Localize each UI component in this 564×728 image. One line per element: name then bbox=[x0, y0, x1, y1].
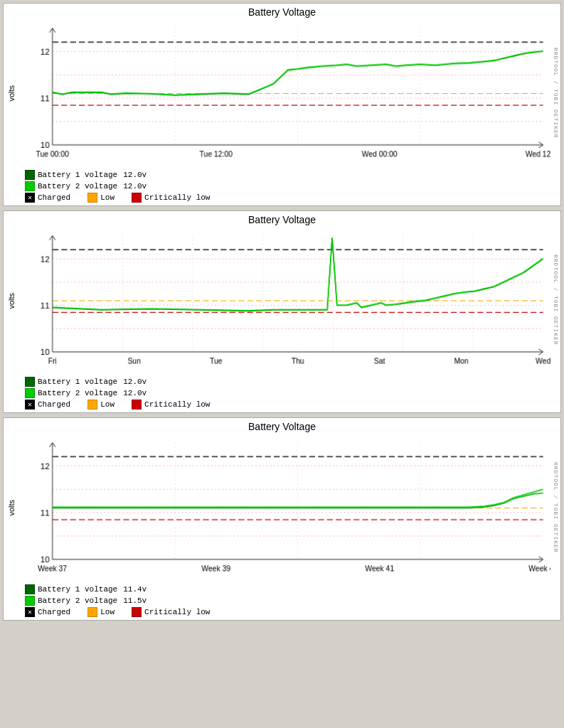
legend3-value-battery1: 11.4v bbox=[123, 585, 147, 594]
chart-1: Battery Voltage volts RRDTOOL / TOBI OET… bbox=[3, 3, 561, 206]
legend-icon-battery2 bbox=[25, 181, 35, 191]
legend2-icon-critical bbox=[132, 400, 142, 410]
chart-2-legend: Battery 1 voltage 12.0v Battery 2 voltag… bbox=[4, 374, 560, 412]
legend3-row-b1: Battery 1 voltage 11.4v bbox=[25, 584, 539, 594]
legend2-label-critical: Critically low bbox=[144, 400, 210, 409]
legend3-critical: Critically low bbox=[132, 607, 210, 617]
legend2-critical: Critically low bbox=[132, 400, 210, 410]
legend3-icon-battery1 bbox=[25, 584, 35, 594]
legend3-label-battery1: Battery 1 voltage bbox=[38, 585, 117, 594]
chart-1-rrdtool: RRDTOOL / TOBI OETIKER bbox=[550, 19, 560, 167]
legend2-icon-low bbox=[87, 400, 97, 410]
legend-row-b2: Battery 2 voltage 12.0v bbox=[25, 181, 539, 191]
legend3-label-charged: Charged bbox=[38, 608, 70, 616]
chart-3-area: volts RRDTOOL / TOBI OETIKER bbox=[4, 434, 560, 582]
legend2-label-charged: Charged bbox=[38, 400, 70, 409]
legend3-label-low: Low bbox=[100, 608, 115, 616]
legend-icon-charged: ✕ bbox=[25, 193, 35, 203]
legend-icon-battery1 bbox=[25, 170, 35, 180]
legend-value-battery2: 12.0v bbox=[123, 182, 147, 191]
chart-2-area: volts RRDTOOL / TOBI OETIKER bbox=[4, 227, 560, 375]
legend2-row-indicators: ✕ Charged Low Critically low bbox=[25, 400, 539, 410]
chart-3-ylabel: volts bbox=[4, 434, 19, 582]
legend-label-charged: Charged bbox=[38, 193, 70, 202]
legend-row-indicators: ✕ Charged Low Critically low bbox=[25, 193, 539, 203]
legend3-label-critical: Critically low bbox=[144, 608, 210, 616]
legend-label-battery2: Battery 2 voltage bbox=[38, 182, 117, 191]
page: Battery Voltage volts RRDTOOL / TOBI OET… bbox=[0, 0, 564, 628]
legend-icon-low bbox=[87, 193, 97, 203]
legend2-value-battery2: 12.0v bbox=[123, 389, 147, 397]
chart-2-graph bbox=[19, 227, 550, 375]
chart-2-rrdtool: RRDTOOL / TOBI OETIKER bbox=[550, 227, 560, 375]
legend2-label-low: Low bbox=[100, 400, 115, 409]
legend-label-critical: Critically low bbox=[144, 193, 210, 202]
legend2-low: Low bbox=[87, 400, 115, 410]
chart-3-legend: Battery 1 voltage 11.4v Battery 2 voltag… bbox=[4, 582, 560, 620]
legend3-low: Low bbox=[87, 607, 115, 617]
legend2-label-battery1: Battery 1 voltage bbox=[38, 378, 117, 386]
legend3-icon-charged: ✕ bbox=[25, 607, 35, 617]
legend3-label-battery2: Battery 2 voltage bbox=[38, 596, 117, 605]
legend3-icon-low bbox=[87, 607, 97, 617]
chart-1-legend: Battery 1 voltage 12.0v Battery 2 voltag… bbox=[4, 167, 560, 205]
chart-3-title: Battery Voltage bbox=[4, 418, 560, 434]
legend2-row-b1: Battery 1 voltage 12.0v bbox=[25, 377, 539, 387]
legend3-icon-critical bbox=[132, 607, 142, 617]
legend3-row-indicators: ✕ Charged Low Critically low bbox=[25, 607, 539, 617]
legend2-icon-charged: ✕ bbox=[25, 400, 35, 410]
chart-2-title: Battery Voltage bbox=[4, 211, 560, 227]
legend-value-battery1: 12.0v bbox=[123, 171, 147, 179]
legend-icon-critical bbox=[132, 193, 142, 203]
chart-1-ylabel: volts bbox=[4, 19, 19, 167]
chart-3: Battery Voltage volts RRDTOOL / TOBI OET… bbox=[3, 417, 561, 621]
legend-row-b1: Battery 1 voltage 12.0v bbox=[25, 170, 539, 180]
legend3-icon-battery2 bbox=[25, 596, 35, 606]
chart-2-ylabel: volts bbox=[4, 227, 19, 375]
legend-low: Low bbox=[87, 193, 115, 203]
legend2-icon-battery1 bbox=[25, 377, 35, 387]
legend3-row-b2: Battery 2 voltage 11.5v bbox=[25, 596, 539, 606]
chart-3-rrdtool: RRDTOOL / TOBI OETIKER bbox=[550, 434, 560, 582]
chart-1-title: Battery Voltage bbox=[4, 4, 560, 19]
legend2-icon-battery2 bbox=[25, 388, 35, 398]
legend-critical: Critically low bbox=[132, 193, 210, 203]
chart-1-graph bbox=[19, 19, 550, 167]
legend-label-low: Low bbox=[100, 193, 115, 202]
legend-label-battery1: Battery 1 voltage bbox=[38, 171, 117, 179]
legend2-value-battery1: 12.0v bbox=[123, 378, 147, 386]
chart-1-area: volts RRDTOOL / TOBI OETIKER bbox=[4, 19, 560, 167]
chart-2: Battery Voltage volts RRDTOOL / TOBI OET… bbox=[3, 210, 561, 414]
legend3-value-battery2: 11.5v bbox=[123, 596, 147, 605]
chart-3-graph bbox=[19, 434, 550, 582]
legend2-row-b2: Battery 2 voltage 12.0v bbox=[25, 388, 539, 398]
legend2-label-battery2: Battery 2 voltage bbox=[38, 389, 117, 397]
